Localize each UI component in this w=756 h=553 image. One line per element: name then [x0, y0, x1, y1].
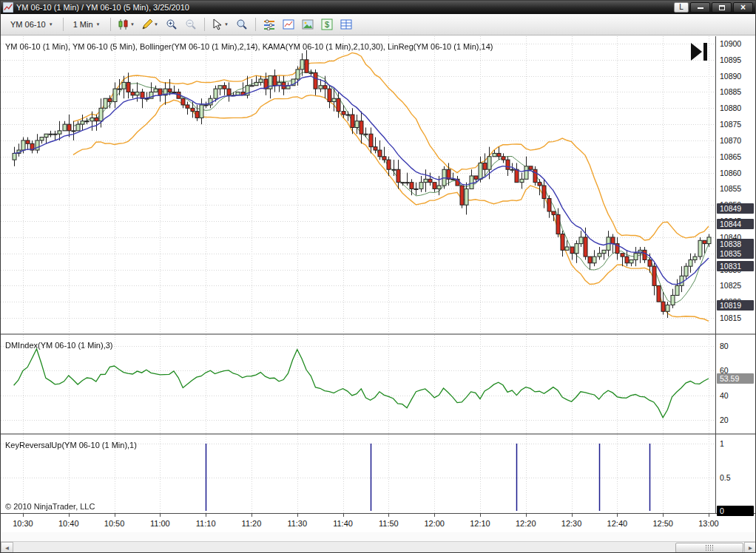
- svg-text:$: $: [324, 20, 328, 29]
- close-button[interactable]: ×: [733, 2, 753, 13]
- instrument-label: YM 06-10: [10, 20, 46, 29]
- dmi-axis-label: 20: [720, 415, 729, 424]
- instrument-dropdown[interactable]: YM 06-10 ▼: [5, 17, 58, 32]
- panel-splitter[interactable]: [1, 433, 756, 435]
- price-axis[interactable]: 1090010895108901088510880108751087010865…: [716, 36, 756, 513]
- time-tick: [663, 514, 664, 517]
- time-tick: [23, 514, 24, 517]
- indicators-icon: [263, 18, 275, 30]
- properties-button[interactable]: [337, 16, 355, 33]
- time-tick: [434, 514, 435, 517]
- time-axis-label: 12:20: [511, 519, 541, 528]
- time-axis-label: 13:00: [694, 519, 723, 528]
- time-tick: [297, 514, 298, 517]
- grip-icon: [706, 545, 706, 551]
- chart-trader-button[interactable]: [280, 16, 297, 33]
- time-axis-label: 12:10: [465, 519, 495, 528]
- chart-trader-icon: [283, 18, 294, 30]
- time-axis-label: 12:50: [648, 519, 678, 528]
- time-tick: [160, 514, 161, 517]
- time-axis[interactable]: 10:3010:4010:5011:0011:1011:2011:3011:40…: [1, 513, 756, 532]
- time-tick: [572, 514, 573, 517]
- price-axis-label: 10875: [720, 120, 741, 129]
- status-strip: [1, 532, 756, 541]
- time-tick: [69, 514, 70, 517]
- copyright-text: © 2010 NinjaTrader, LLC: [5, 502, 95, 511]
- time-axis-label: 11:10: [191, 519, 220, 528]
- price-chart-canvas[interactable]: [1, 36, 715, 333]
- time-tick: [388, 514, 389, 517]
- scrollbar-thumb[interactable]: [675, 543, 743, 553]
- price-axis-label: 10895: [720, 55, 741, 64]
- price-axis-label: 10855: [720, 184, 741, 193]
- price-axis-label: 10825: [720, 281, 741, 290]
- scroll-right-button[interactable]: ►: [744, 542, 756, 553]
- chevron-down-icon: ▼: [224, 22, 229, 27]
- price-marker: 10849: [717, 203, 754, 214]
- title-bar[interactable]: YM 06-10 (1 Min) / YM 06-10 (5 Min), 3/2…: [1, 1, 755, 14]
- zoom-in-button[interactable]: [163, 16, 180, 33]
- toolbar-separator: [204, 18, 205, 31]
- time-tick: [206, 514, 206, 517]
- keyrev-axis-label: 0.5: [720, 473, 731, 482]
- grip-icon: [712, 545, 713, 551]
- chevron-down-icon: ▼: [154, 22, 158, 27]
- price-axis-label: 10885: [720, 87, 741, 96]
- time-tick: [252, 514, 252, 517]
- interval-label: 1 Min: [73, 20, 93, 29]
- zoom-in-icon: [166, 18, 178, 30]
- go-to-latest-icon[interactable]: [690, 42, 708, 61]
- zoom-window-button[interactable]: [233, 16, 251, 33]
- scroll-left-button[interactable]: ◄: [1, 542, 13, 553]
- horizontal-scrollbar[interactable]: ◄ ►: [1, 541, 756, 553]
- toolbar-separator: [110, 18, 111, 31]
- dmi-axis-label: 40: [720, 391, 729, 400]
- maximize-button[interactable]: [712, 2, 732, 13]
- price-axis-label: 10815: [720, 313, 741, 322]
- toolbar-separator: [255, 18, 256, 31]
- drawing-tools-icon: [141, 18, 153, 30]
- price-axis-label: 10890: [720, 72, 741, 81]
- zoom-out-icon: [185, 18, 197, 30]
- price-panel-label: YM 06-10 (1 Min), YM 06-10 (5 Min), Boll…: [5, 42, 493, 51]
- time-axis-label: 11:40: [328, 519, 358, 528]
- toolbar: YM 06-10 ▼ 1 Min ▼ ▼ ▼: [1, 14, 755, 35]
- chevron-down-icon: ▼: [130, 22, 135, 27]
- zoom-window-icon: [236, 18, 248, 30]
- chart-style-button[interactable]: ▼: [115, 16, 138, 33]
- indicators-button[interactable]: [260, 16, 278, 33]
- time-tick: [480, 514, 481, 517]
- cursor-button[interactable]: ▼: [209, 16, 232, 33]
- price-marker: 10838: [717, 239, 754, 249]
- toolbar-separator: [63, 18, 64, 31]
- drawing-tools-button[interactable]: ▼: [139, 16, 161, 33]
- price-axis-label: 10860: [720, 169, 741, 177]
- minimize-icon: [698, 7, 703, 9]
- properties-icon: [340, 18, 352, 30]
- panel-splitter[interactable]: [1, 333, 756, 335]
- maximize-icon: [719, 5, 725, 10]
- time-axis-label: 12:40: [602, 519, 632, 528]
- price-axis-label: 10870: [720, 136, 741, 145]
- window-title: YM 06-10 (1 Min) / YM 06-10 (5 Min), 3/2…: [16, 3, 674, 12]
- grip-icon: [708, 545, 709, 551]
- zoom-out-button[interactable]: [182, 16, 200, 33]
- data-series-icon: $: [321, 18, 333, 30]
- keyrev-marker: 0: [717, 506, 754, 516]
- link-button[interactable]: L: [674, 2, 689, 13]
- interval-dropdown[interactable]: 1 Min ▼: [68, 17, 106, 32]
- time-tick: [617, 514, 618, 517]
- time-axis-label: 11:00: [145, 519, 175, 528]
- snapshot-button[interactable]: [299, 16, 317, 33]
- time-axis-label: 10:50: [100, 519, 129, 528]
- chevron-down-icon: ▼: [96, 22, 101, 27]
- dmi-marker: 53.59: [717, 373, 754, 384]
- time-axis-label: 11:30: [283, 519, 312, 528]
- minimize-button[interactable]: [690, 2, 710, 13]
- price-marker: 10844: [717, 219, 754, 229]
- window-icon: [3, 2, 13, 13]
- chart-window: YM 06-10 (1 Min) / YM 06-10 (5 Min), 3/2…: [0, 0, 756, 553]
- data-series-button[interactable]: $: [318, 16, 336, 33]
- time-axis-label: 11:20: [237, 519, 266, 528]
- keyrev-axis-label: 1: [720, 439, 724, 448]
